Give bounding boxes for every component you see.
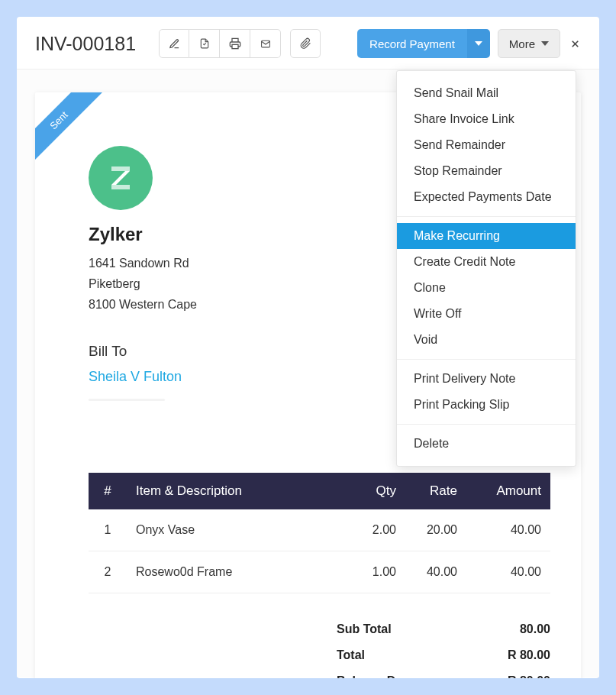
col-qty: Qty	[352, 473, 405, 509]
cell-item: Rosewo0d Frame	[127, 551, 352, 593]
dropdown-separator	[397, 216, 576, 217]
more-label: More	[509, 37, 535, 50]
dropdown-item[interactable]: Void	[397, 327, 576, 353]
cell-num: 2	[89, 551, 127, 593]
total-value: R 80.00	[508, 648, 550, 662]
more-dropdown: Send Snail MailShare Invoice LinkSend Re…	[396, 70, 576, 467]
svg-rect-5	[111, 185, 130, 189]
dropdown-separator	[397, 359, 576, 360]
table-row: 1 Onyx Vase 2.00 20.00 40.00	[89, 509, 550, 551]
record-payment-dropdown[interactable]	[467, 29, 490, 58]
col-item: Item & Description	[127, 473, 352, 509]
pdf-icon	[199, 37, 210, 50]
close-icon	[569, 38, 581, 50]
dropdown-item[interactable]: Make Recurring	[397, 223, 576, 249]
cell-rate: 20.00	[405, 509, 466, 551]
table-row: 2 Rosewo0d Frame 1.00 40.00 40.00	[89, 551, 550, 593]
edit-button[interactable]	[159, 29, 189, 58]
company-logo	[89, 146, 153, 210]
invoice-number: INV-000181	[35, 33, 136, 55]
mail-icon	[260, 39, 272, 49]
balance-value: R 80.00	[508, 674, 550, 678]
dropdown-separator	[397, 424, 576, 425]
close-button[interactable]	[569, 38, 581, 50]
balance-label: Balance Due	[337, 674, 410, 678]
col-num: #	[89, 473, 127, 509]
pencil-icon	[169, 38, 180, 50]
dropdown-item[interactable]: Create Credit Note	[397, 249, 576, 275]
dropdown-item[interactable]: Delete	[397, 431, 576, 457]
svg-rect-0	[232, 44, 238, 48]
col-rate: Rate	[405, 473, 466, 509]
cell-amount: 40.00	[466, 551, 550, 593]
dropdown-item[interactable]: Share Invoice Link	[397, 106, 576, 132]
subtotal-value: 80.00	[520, 622, 550, 636]
dropdown-item[interactable]: Expected Payments Date	[397, 184, 576, 210]
col-amount: Amount	[466, 473, 550, 509]
paperclip-icon	[300, 37, 311, 50]
record-payment-button[interactable]: Record Payment	[357, 29, 467, 58]
caret-down-icon	[475, 41, 482, 46]
cell-item: Onyx Vase	[127, 509, 352, 551]
dropdown-item[interactable]: Clone	[397, 275, 576, 301]
items-table: # Item & Description Qty Rate Amount 1 O…	[89, 473, 550, 593]
cell-qty: 2.00	[352, 509, 405, 551]
cell-rate: 40.00	[405, 551, 466, 593]
cell-amount: 40.00	[466, 509, 550, 551]
dropdown-item[interactable]: Write Off	[397, 301, 576, 327]
dropdown-item[interactable]: Send Snail Mail	[397, 80, 576, 106]
dropdown-item[interactable]: Send Remainder	[397, 132, 576, 158]
bill-to-label: Bill To	[89, 343, 182, 360]
attach-button[interactable]	[290, 29, 321, 58]
subtotal-label: Sub Total	[337, 622, 392, 636]
more-button[interactable]: More	[498, 29, 560, 58]
svg-marker-6	[111, 171, 130, 185]
caret-down-icon	[541, 41, 549, 46]
cell-qty: 1.00	[352, 551, 405, 593]
mail-button[interactable]	[250, 29, 281, 58]
pdf-button[interactable]	[189, 29, 220, 58]
toolbar-group	[159, 29, 281, 58]
svg-rect-4	[111, 166, 130, 171]
dropdown-item[interactable]: Print Packing Slip	[397, 392, 576, 418]
dropdown-item[interactable]: Stop Remainder	[397, 158, 576, 184]
bill-to-name: Sheila V Fulton	[89, 369, 182, 385]
print-button[interactable]	[220, 29, 250, 58]
dropdown-item[interactable]: Print Delivery Note	[397, 366, 576, 392]
underline-decoration	[89, 399, 165, 401]
total-label: Total	[337, 648, 365, 662]
totals-block: Sub Total 80.00 Total R 80.00 Balance Du…	[337, 616, 550, 678]
cell-num: 1	[89, 509, 127, 551]
print-icon	[229, 37, 241, 50]
